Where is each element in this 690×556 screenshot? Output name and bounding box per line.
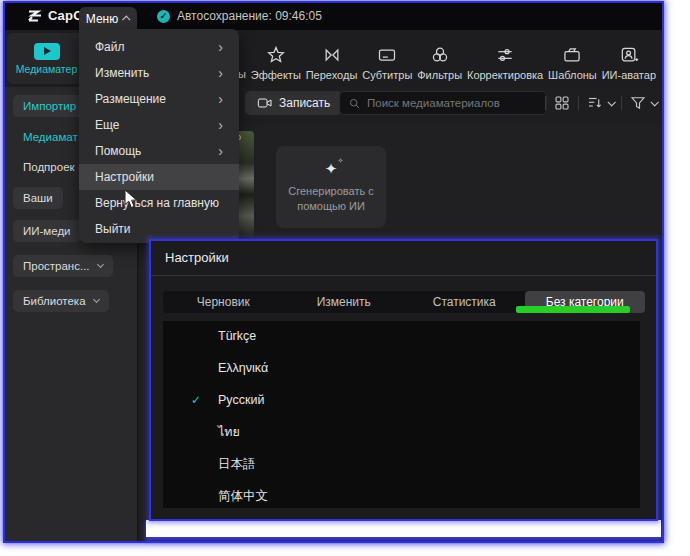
- language-option-turkish[interactable]: Türkçe: [163, 324, 640, 348]
- templates-icon: [562, 45, 582, 65]
- toolbar-label: Фильтры: [417, 69, 462, 81]
- menu-item-edit[interactable]: Изменить ›: [79, 60, 239, 86]
- generate-with-ai-label: Сгенерировать с помощью ИИ: [286, 184, 376, 214]
- tab-label: Черновик: [197, 295, 250, 309]
- menu-item-placement[interactable]: Размещение ›: [79, 86, 239, 112]
- search-icon: [348, 97, 361, 110]
- sidebar-item-ai-media[interactable]: ИИ-меди: [13, 220, 81, 242]
- divider: [545, 96, 546, 110]
- toolbar-tab-templates[interactable]: Шаблоны: [548, 45, 597, 81]
- sidebar-item-label: Ваши: [23, 192, 53, 204]
- settings-dialog: Настройки Черновик Изменить Статистика Б…: [149, 239, 658, 521]
- sidebar-item-import[interactable]: Импортир: [13, 95, 86, 117]
- app-dropdown-menu: Файл › Изменить › Размещение › Еще › Пом…: [79, 29, 239, 243]
- menu-item-file[interactable]: Файл ›: [79, 34, 239, 60]
- toolbar-label: Шаблоны: [548, 69, 597, 81]
- language-option-japanese[interactable]: 日本語: [163, 452, 640, 476]
- toolbar-tab-media-label: Медиаматер: [16, 63, 78, 75]
- sidebar-item-spaces[interactable]: Пространс...: [13, 255, 113, 277]
- sidebar-item-label: Медиамат: [23, 131, 78, 143]
- filter-control[interactable]: [629, 94, 657, 112]
- language-option-thai[interactable]: ไทย: [163, 420, 640, 444]
- tab-draft[interactable]: Черновик: [163, 291, 284, 313]
- menu-item-label: Размещение: [95, 92, 166, 106]
- menu-item-settings[interactable]: Настройки: [79, 164, 239, 190]
- language-option-greek[interactable]: Ελληνικά: [163, 356, 640, 380]
- divider: [151, 275, 656, 276]
- chevron-up-icon: [122, 15, 130, 23]
- menu-item-back-to-home[interactable]: Вернуться на главную: [79, 190, 239, 216]
- sidebar-item-media[interactable]: Медиамат: [13, 126, 88, 148]
- toolbar-tab-media[interactable]: Медиаматер: [7, 33, 86, 84]
- search-box: [339, 91, 547, 115]
- toolbar-tab-filters[interactable]: Фильтры: [417, 45, 462, 81]
- submenu-arrow-icon: ›: [218, 118, 223, 132]
- sidebar-item-label: Импортир: [23, 100, 76, 112]
- sparkle-icon: ✦✧: [325, 161, 338, 176]
- menu-item-label: Настройки: [95, 170, 154, 184]
- menu-item-label: Еще: [95, 118, 119, 132]
- tab-label: Статистика: [433, 295, 496, 309]
- toolbar-label: Переходы: [306, 69, 358, 81]
- language-label: Ελληνικά: [218, 361, 268, 375]
- chevron-down-icon: [97, 261, 104, 268]
- sidebar-item-subprojects[interactable]: Подпроек: [13, 156, 85, 178]
- sidebar-item-yours[interactable]: Ваши: [13, 187, 63, 209]
- toolbar-items: ы Эффекты Переходы Субтитры: [238, 37, 656, 81]
- search-input[interactable]: [367, 97, 538, 109]
- toolbar-tab-transitions[interactable]: Переходы: [306, 45, 358, 81]
- language-list: Türkçe Ελληνικά ✓ Русский ไทย 日本語 简体中文: [163, 321, 640, 508]
- menu-item-help[interactable]: Помощь ›: [79, 138, 239, 164]
- toolbar-tab-effects[interactable]: Эффекты: [251, 45, 301, 81]
- menu-item-label: Вернуться на главную: [95, 196, 219, 210]
- grid-view-icon[interactable]: [553, 94, 571, 112]
- toolbar-tab-ai-avatar[interactable]: ИИ-аватар: [602, 45, 656, 81]
- autosave-check-icon: ✓: [157, 10, 170, 23]
- record-button[interactable]: Записать: [245, 91, 342, 115]
- view-controls: [545, 91, 657, 115]
- language-option-russian[interactable]: ✓ Русский: [163, 388, 640, 412]
- record-button-label: Записать: [279, 96, 330, 110]
- camera-icon: [257, 96, 273, 110]
- autosave-label: Автосохранение: 09:46:05: [177, 9, 322, 23]
- menu-item-more[interactable]: Еще ›: [79, 112, 239, 138]
- dialog-paste-frame: [146, 520, 661, 537]
- toolbar-partial-label: ы: [238, 68, 246, 81]
- top-bar: CapCut Меню ✓ Автосохранение: 09:46:05: [5, 3, 662, 30]
- sort-control[interactable]: [586, 94, 614, 112]
- ai-avatar-icon: [619, 45, 639, 65]
- language-label: Русский: [218, 393, 264, 407]
- tab-edit[interactable]: Изменить: [284, 291, 405, 313]
- menu-item-label: Помощь: [95, 144, 141, 158]
- app-window: CapCut Меню ✓ Автосохранение: 09:46:05 М…: [5, 3, 662, 541]
- dialog-title: Настройки: [165, 250, 229, 265]
- language-label: 日本語: [218, 456, 256, 473]
- sidebar-item-label: Пространс...: [23, 260, 90, 272]
- generate-with-ai-tile[interactable]: ✦✧ Сгенерировать с помощью ИИ: [276, 146, 386, 228]
- language-option-chinese[interactable]: 简体中文: [163, 484, 640, 508]
- green-highlight-annotation: [516, 306, 630, 313]
- language-label: 简体中文: [218, 488, 268, 505]
- menu-button[interactable]: Меню: [79, 7, 137, 30]
- chevron-down-icon: [92, 296, 99, 303]
- filter-icon: [629, 94, 647, 112]
- cursor-icon: [124, 189, 139, 214]
- submenu-arrow-icon: ›: [218, 66, 223, 80]
- menu-item-label: Выйти: [95, 222, 131, 236]
- adjust-icon: [495, 45, 515, 65]
- language-label: ไทย: [218, 422, 240, 442]
- submenu-arrow-icon: ›: [218, 144, 223, 158]
- submenu-arrow-icon: ›: [218, 40, 223, 54]
- tab-label: Изменить: [317, 295, 371, 309]
- tab-statistics[interactable]: Статистика: [404, 291, 525, 313]
- toolbar-tab-adjust[interactable]: Корректировка: [467, 45, 543, 81]
- divider: [578, 96, 579, 110]
- effects-icon: [266, 45, 286, 65]
- checkmark-icon: ✓: [191, 393, 201, 407]
- capcut-logo-icon: [27, 9, 43, 23]
- toolbar-label: Эффекты: [251, 69, 301, 81]
- toolbar-tab-subtitles[interactable]: Субтитры: [362, 45, 412, 81]
- sidebar-item-library[interactable]: Библиотека: [13, 290, 109, 312]
- filters-icon: [430, 45, 450, 65]
- divider: [621, 96, 622, 110]
